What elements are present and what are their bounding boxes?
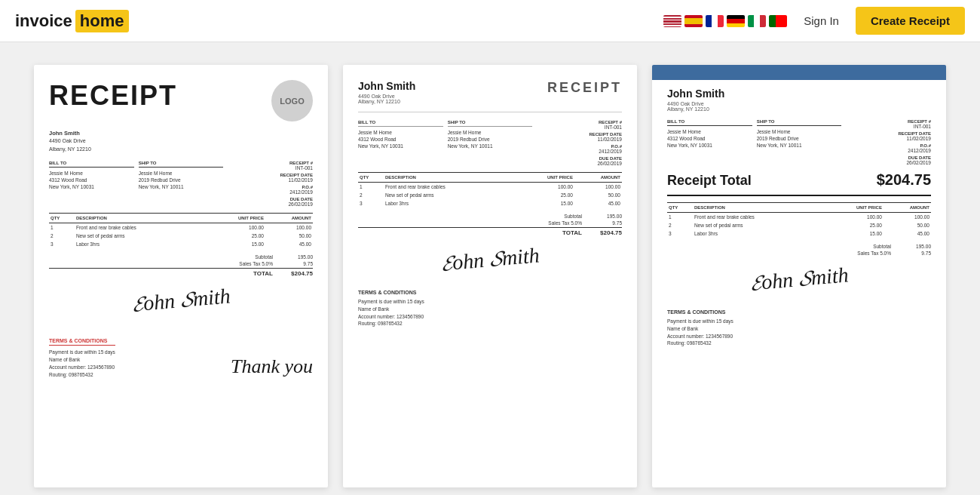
terms-section-3: TERMS & CONDITIONS Payment is due within… xyxy=(667,303,931,347)
td-qty: 2 xyxy=(49,232,75,240)
t3-tax-label: Sales Tax 5.0% xyxy=(852,251,897,256)
signature-3: 𝓔ohn 𝓢mith xyxy=(749,263,849,296)
receipt-table-3: QTY DESCRIPTION UNIT PRICE AMOUNT 1 Fron… xyxy=(667,202,931,238)
routing-3: Routing: 098765432 xyxy=(667,340,931,347)
receipt-table-1: QTY DESCRIPTION UNIT PRICE AMOUNT 1 Fron… xyxy=(49,213,313,248)
account-number-3: Account number: 1234567890 xyxy=(667,333,931,340)
subtotal-value: 195.00 xyxy=(279,254,313,260)
td-amount: 45.00 xyxy=(265,240,313,248)
t3-ship-addr1: 2019 Redbud Drive xyxy=(757,135,842,142)
table-row: 1 Front and rear brake cables 100.00 100… xyxy=(358,183,622,192)
t2-from-name: John Smith xyxy=(358,80,415,92)
t3-bill-to-label: BILL TO xyxy=(667,119,752,126)
t1-from-info: John Smith 4490 Oak Drive Albany, NY 122… xyxy=(49,129,313,153)
table-row: 2 New set of pedal arms 25.00 50.00 xyxy=(49,232,313,240)
main-content: RECEIPT LOGO John Smith 4490 Oak Drive A… xyxy=(0,42,980,495)
td-unit: 25.00 xyxy=(206,232,265,240)
receipt-card-3: John Smith 4490 Oak Drive Albany, NY 122… xyxy=(652,65,946,487)
td-desc: Front and rear brake cables xyxy=(75,223,206,232)
t2-th-unit: UNIT PRICE xyxy=(515,173,574,183)
receipt-num-value: INT-001 xyxy=(228,165,313,171)
ship-to-label: SHIP TO xyxy=(139,161,224,168)
t2-tax-value: 9.75 xyxy=(588,220,622,226)
t3-ship-addr2: New York, NY 10011 xyxy=(757,142,842,149)
receipt-card-2: John Smith 4490 Oak Drive Albany, NY 122… xyxy=(343,65,637,487)
total-label: TOTAL xyxy=(234,270,279,277)
t3-total-label: Receipt Total xyxy=(667,173,752,189)
flag-it-icon[interactable] xyxy=(748,15,766,27)
account-number-2: Account number: 1234567890 xyxy=(358,313,622,321)
t3-ship-to-col: SHIP TO Jessie M Home 2019 Redbud Drive … xyxy=(757,119,842,165)
bank-name-1: Name of Bank xyxy=(49,356,115,364)
t2-header: John Smith 4490 Oak Drive Albany, NY 122… xyxy=(358,80,622,112)
flag-es-icon[interactable] xyxy=(684,15,703,27)
sign-in-button[interactable]: Sign In xyxy=(795,10,848,32)
terms-section-2: Terms & Conditions Payment is due within… xyxy=(358,284,622,327)
table-row: 3 Labor 3hrs 15.00 45.00 xyxy=(667,229,931,238)
t3-ship-to-label: SHIP TO xyxy=(757,119,842,126)
tax-label: Sales Tax 5.0% xyxy=(234,261,279,266)
t2-ship-addr1: 2019 Redbud Drive xyxy=(448,136,533,143)
flag-us-icon[interactable] xyxy=(663,15,681,27)
flag-de-icon[interactable] xyxy=(727,15,745,27)
signature-area-1: 𝓔ohn 𝓢mith xyxy=(49,288,313,313)
receipt-table-2: QTY DESCRIPTION UNIT PRICE AMOUNT 1 Fron… xyxy=(358,172,622,208)
receipt-card-1: RECEIPT LOGO John Smith 4490 Oak Drive A… xyxy=(34,65,328,487)
t2-bill-to-values: Jessie M Home 4312 Wood Road New York, N… xyxy=(358,129,443,149)
subtotal-label: Subtotal xyxy=(234,254,279,260)
t2-th-desc: DESCRIPTION xyxy=(384,173,515,183)
bill-to-values: Jessie M Home 4312 Wood Road New York, N… xyxy=(49,170,134,190)
t1-from-address1: 4490 Oak Drive xyxy=(49,137,313,146)
table-row: 2 New set of pedal arms 25.00 50.00 xyxy=(667,221,931,229)
t3-subtotal-row: Subtotal 195.00 xyxy=(667,244,931,249)
t2-po-value: 2412/2019 xyxy=(537,149,622,154)
t1-logo-circle: LOGO xyxy=(271,80,313,121)
create-receipt-button[interactable]: Create Receipt xyxy=(856,7,965,35)
signature-area-2: 𝓔ohn 𝓢mith xyxy=(358,247,622,272)
t3-addr2: Albany, NY 12210 xyxy=(667,106,724,112)
t2-total-row: TOTAL $204.75 xyxy=(358,227,622,236)
t1-from-address2: Albany, NY 12210 xyxy=(49,146,313,154)
t2-receipt-label: RECEIPT xyxy=(547,80,622,96)
t3-from-info: John Smith 4490 Oak Drive Albany, NY 122… xyxy=(667,88,724,112)
t2-th-amount: AMOUNT xyxy=(574,173,622,183)
routing-2: Routing: 098765432 xyxy=(358,320,622,327)
t3-th-unit: UNIT PRICE xyxy=(824,203,884,213)
t2-addr1: 4490 Oak Drive xyxy=(358,94,415,99)
t2-total-label: TOTAL xyxy=(543,229,588,236)
td-amount: 100.00 xyxy=(265,223,313,232)
ship-to-col: SHIP TO Jessie M Home 2019 Redbud Drive … xyxy=(139,161,224,207)
t1-billing-section: BILL TO Jessie M Home 4312 Wood Road New… xyxy=(49,161,313,207)
t3-billing-section: BILL TO Jessie M Home 4312 Wood Road New… xyxy=(667,119,931,165)
td-desc: New set of pedal arms xyxy=(75,232,206,240)
bill-to-label: BILL TO xyxy=(49,161,134,168)
t2-date-value: 11/02/2019 xyxy=(537,137,622,142)
t2-ship-name: Jessie M Home xyxy=(448,129,533,136)
subtotal-row: Subtotal 195.00 xyxy=(49,254,313,260)
bottom-section-1: TERMS & CONDITIONS Payment is due within… xyxy=(49,321,313,378)
t3-bill-addr1: 4312 Wood Road xyxy=(667,135,752,142)
td-amount: 50.00 xyxy=(265,232,313,240)
t3-date-value: 11/02/2019 xyxy=(846,136,931,141)
table-row: 3 Labor 3hrs 15.00 45.00 xyxy=(49,240,313,248)
t2-bill-to-col: Bill To Jessie M Home 4312 Wood Road New… xyxy=(358,120,443,166)
signature-area-3: 𝓔ohn 𝓢mith xyxy=(667,267,931,292)
t1-header: RECEIPT LOGO xyxy=(49,80,313,121)
bill-to-name: Jessie M Home xyxy=(49,170,134,177)
t3-ship-name: Jessie M Home xyxy=(757,128,842,135)
bill-to-col: BILL TO Jessie M Home 4312 Wood Road New… xyxy=(49,161,134,207)
t2-bill-name: Jessie M Home xyxy=(358,129,443,136)
signature-2: 𝓔ohn 𝓢mith xyxy=(439,243,540,276)
flag-pt-icon[interactable] xyxy=(769,15,787,27)
bill-to-addr1: 4312 Wood Road xyxy=(49,177,134,183)
td-desc: Labor 3hrs xyxy=(75,240,206,248)
total-value: $204.75 xyxy=(279,270,313,277)
header: invoice home Sign In Create Receipt xyxy=(0,0,980,42)
t2-receipt-num: INT-001 xyxy=(537,125,622,130)
tax-value: 9.75 xyxy=(279,261,313,266)
t3-total-amount: $204.75 xyxy=(877,171,931,189)
t3-po-value: 2412/2019 xyxy=(846,148,931,153)
flag-fr-icon[interactable] xyxy=(706,15,724,27)
t1-from-name: John Smith xyxy=(49,129,313,137)
t3-receipt-num: INT-001 xyxy=(846,124,931,129)
